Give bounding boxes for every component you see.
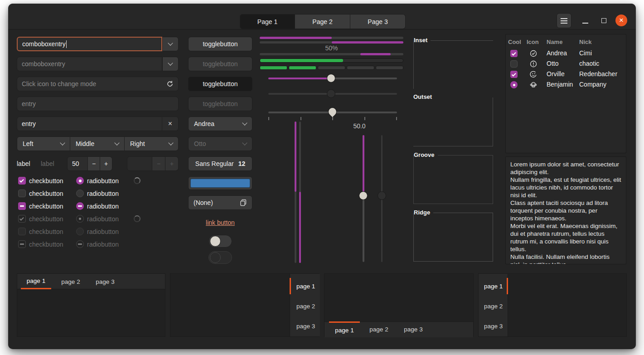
spinbutton-value[interactable]: 50 <box>67 156 88 171</box>
maximize-button[interactable] <box>598 15 609 26</box>
tab-page1[interactable]: page 1 <box>21 274 51 289</box>
textview-content[interactable]: Lorem ipsum dolor sit amet, consectetur … <box>506 157 626 264</box>
row-checkbox-unchecked[interactable] <box>510 60 518 68</box>
notebook-tabs-top: page 1 page 2 page 3 <box>17 273 165 337</box>
radio-unselected-disabled <box>76 228 84 235</box>
close-icon: × <box>619 16 624 24</box>
header-tab-page1[interactable]: Page 1 <box>240 14 295 29</box>
entry-with-clear[interactable]: entry × <box>17 117 179 131</box>
hscale-disabled-knob <box>327 89 335 98</box>
tab-page1[interactable]: page 1 <box>293 278 320 294</box>
hscale-marks-knob[interactable] <box>326 106 339 118</box>
spinbutton-plus-button[interactable]: + <box>100 156 112 171</box>
column-header-name[interactable]: Name <box>547 39 562 45</box>
column-header-cool[interactable]: Cool <box>508 39 521 45</box>
column-header-nick[interactable]: Nick <box>579 39 591 45</box>
column-header-icon[interactable]: Icon <box>527 39 539 45</box>
link-button-label[interactable]: link button <box>206 219 235 226</box>
cell-nick[interactable]: Redenbacher <box>579 70 617 78</box>
radio-selected[interactable] <box>76 177 84 185</box>
cell-name[interactable]: Orville <box>547 70 565 78</box>
radio-indeterminate[interactable] <box>76 202 84 210</box>
checkbox-unchecked[interactable] <box>18 190 26 197</box>
dropdown-andrea[interactable]: Andrea <box>188 117 252 131</box>
cell-name[interactable]: Andrea <box>547 49 567 57</box>
tab-page3[interactable]: page 3 <box>479 318 506 334</box>
entry-plain[interactable]: entry <box>17 97 179 111</box>
link-button[interactable]: link button <box>188 219 252 226</box>
tab-label: page 1 <box>335 327 353 334</box>
togglebutton-label: togglebutton <box>203 40 237 48</box>
comboboxentry-focused-arrow-button[interactable] <box>162 37 179 51</box>
scale-mark <box>332 117 333 120</box>
progressbar-activity-fill <box>360 53 391 55</box>
tab-page3[interactable]: page 3 <box>400 321 427 337</box>
close-button[interactable]: × <box>615 15 627 26</box>
tab-page3[interactable]: page 3 <box>92 274 119 289</box>
tab-page2[interactable]: page 2 <box>293 298 320 314</box>
tab-page2[interactable]: page 2 <box>57 274 84 289</box>
togglebutton-normal[interactable]: togglebutton <box>188 37 252 51</box>
frame-inset-label: Inset <box>414 37 431 44</box>
vscale-knob[interactable] <box>359 191 368 200</box>
hamburger-icon <box>561 17 567 25</box>
tab-page1[interactable]: page 1 <box>329 321 360 337</box>
tab-page2[interactable]: page 2 <box>479 298 506 314</box>
refresh-icon[interactable] <box>166 80 174 88</box>
plus-icon: + <box>104 160 108 167</box>
maximize-icon <box>601 18 606 23</box>
checkbox-checked[interactable] <box>18 177 26 185</box>
checkbutton-label: checkbutton <box>29 190 63 197</box>
cell-name[interactable]: Otto <box>547 60 558 67</box>
spinner-icon <box>134 177 140 184</box>
switch-off[interactable] <box>208 235 232 248</box>
check-circle-icon <box>530 50 537 57</box>
hscale-fill <box>268 78 331 79</box>
spinner-icon <box>134 215 140 222</box>
chevron-down-icon <box>60 140 65 145</box>
togglebutton-label: togglebutton <box>203 100 237 107</box>
cell-name[interactable]: Benjamin <box>547 81 573 88</box>
textview-panel[interactable]: Lorem ipsum dolor sit amet, consectetur … <box>505 156 626 264</box>
dropdown-left[interactable]: Left <box>17 136 70 151</box>
entry-with-clear-text[interactable]: entry <box>17 120 162 127</box>
tab-page1[interactable]: page 1 <box>479 278 506 294</box>
spinbutton-disabled-plus-button: + <box>165 156 179 171</box>
row-radio-selected[interactable] <box>510 81 518 88</box>
header-tab-page3[interactable]: Page 3 <box>350 14 406 29</box>
header-tab-page2-label: Page 2 <box>312 18 332 25</box>
notebook-tabs-bottom: page 1 page 2 page 3 <box>324 273 474 337</box>
dropdown-middle[interactable]: Middle <box>70 136 125 151</box>
tab-page3[interactable]: page 3 <box>293 318 320 334</box>
file-chooser-button[interactable]: (None) <box>188 195 252 210</box>
cell-nick[interactable]: Cimi <box>579 49 592 57</box>
mode-entry[interactable]: Click icon to change mode <box>17 77 179 91</box>
header-tab-page2[interactable]: Page 2 <box>295 14 350 29</box>
radio-unselected[interactable] <box>76 190 84 197</box>
cell-nick[interactable]: chaotic <box>579 60 599 67</box>
comboboxentry-plain-arrow-button[interactable] <box>162 57 179 71</box>
menu-button[interactable] <box>557 13 571 28</box>
checkbox-indeterminate[interactable] <box>18 202 26 210</box>
row-checkbox-checked[interactable] <box>510 71 518 78</box>
dropdown-right-value: Right <box>130 140 145 147</box>
spinbutton-minus-button[interactable]: − <box>88 156 100 171</box>
tab-page2[interactable]: page 2 <box>365 321 392 337</box>
clear-entry-button[interactable]: × <box>162 117 178 131</box>
togglebutton-active[interactable]: togglebutton <box>188 77 252 91</box>
comboboxentry-focused[interactable]: comboboxentry <box>17 37 162 51</box>
comboboxentry-plain[interactable]: comboboxentry <box>17 57 162 71</box>
font-button[interactable]: Sans Regular 12 <box>188 156 252 171</box>
hscale-knob[interactable] <box>327 74 335 83</box>
dropdown-right[interactable]: Right <box>125 136 179 151</box>
progress-percent-label: 50% <box>260 44 403 52</box>
mode-entry-placeholder: Click icon to change mode <box>22 80 96 88</box>
minimize-button[interactable] <box>580 15 591 26</box>
radiobutton-label: radiobutton <box>87 228 119 235</box>
color-button[interactable] <box>188 176 252 190</box>
chevron-down-icon <box>114 140 119 145</box>
row-checkbox-checked[interactable] <box>510 50 518 57</box>
switch-knob[interactable] <box>210 236 221 247</box>
tab-label: page 2 <box>61 278 80 285</box>
cell-nick[interactable]: Company <box>579 81 606 88</box>
